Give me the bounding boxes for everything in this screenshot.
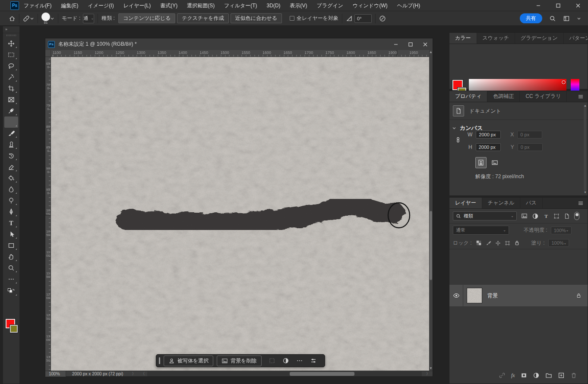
properties-scrollbar[interactable]: [584, 105, 586, 191]
type-create-texture-button[interactable]: テクスチャを作成: [177, 13, 229, 23]
delete-layer-icon[interactable]: [570, 372, 577, 379]
canvas-section-chevron-icon[interactable]: [452, 126, 456, 130]
layer-name[interactable]: 背景: [487, 292, 498, 299]
add-layer-mask-icon[interactable]: [521, 372, 527, 378]
new-group-icon[interactable]: [545, 372, 552, 379]
brush-size-picker[interactable]: 51: [41, 13, 50, 25]
link-layers-icon[interactable]: [499, 372, 506, 379]
layer-filter-select[interactable]: 種類 ⌄: [453, 211, 517, 220]
scroll-up-icon[interactable]: ▲: [429, 50, 433, 54]
lock-all-icon[interactable]: [514, 240, 520, 246]
tool-edit-toolbar[interactable]: [4, 274, 18, 285]
remove-background-button[interactable]: 背景を削除: [217, 356, 261, 366]
horizontal-scrollbar[interactable]: [147, 371, 422, 376]
tool-lasso[interactable]: [4, 60, 18, 72]
mode-select[interactable]: 通⌄: [83, 14, 94, 23]
taskbar-settings-icon[interactable]: [308, 357, 319, 364]
toolbar-collapse-icon[interactable]: »: [3, 26, 19, 33]
menu-layer[interactable]: レイヤー(L): [119, 0, 156, 11]
canvas[interactable]: [51, 57, 429, 371]
fill-input[interactable]: 100%⌄: [548, 239, 569, 247]
tool-eraser[interactable]: [4, 161, 18, 173]
sample-all-layers-checkbox[interactable]: [290, 16, 294, 21]
tool-paint-bucket[interactable]: [4, 173, 18, 184]
pen-pressure-icon[interactable]: [379, 15, 386, 22]
tab-channels[interactable]: チャンネル: [482, 198, 520, 208]
menu-filter[interactable]: フィルター(T): [219, 0, 262, 11]
y-input[interactable]: 0 px: [518, 143, 543, 151]
background-color-swatch[interactable]: [10, 325, 18, 333]
layer-row-background[interactable]: 背景: [449, 285, 588, 306]
layer-visibility-eye-icon[interactable]: [453, 292, 460, 299]
more-options-icon[interactable]: [294, 357, 305, 364]
orientation-landscape-button[interactable]: [489, 157, 500, 168]
filter-type-layers-icon[interactable]: T: [543, 213, 549, 219]
orientation-portrait-button[interactable]: [475, 157, 487, 168]
tool-pen[interactable]: [4, 206, 18, 217]
contextual-taskbar[interactable]: 被写体を選択 背景を削除: [156, 354, 325, 367]
window-minimize-button[interactable]: [528, 0, 548, 11]
scroll-left-icon[interactable]: 〈: [138, 371, 147, 377]
layer-filter-toggle[interactable]: [574, 212, 579, 220]
document-properties-icon[interactable]: [453, 105, 464, 116]
link-dimensions-icon[interactable]: [455, 136, 462, 143]
adjustments-icon[interactable]: [281, 357, 291, 364]
share-button[interactable]: 共有: [520, 13, 542, 23]
document-titlebar[interactable]: Ps 名称未設定 1 @ 100% (RGB/8#) *: [45, 38, 433, 50]
spot-healing-tool-preset-icon[interactable]: [23, 15, 30, 22]
properties-panel-menu-icon[interactable]: [577, 91, 588, 102]
menu-view[interactable]: 表示(V): [285, 0, 312, 11]
window-close-button[interactable]: [568, 0, 588, 11]
zoom-level-field[interactable]: 100%: [45, 371, 66, 377]
menu-select[interactable]: 選択範囲(S): [182, 0, 219, 11]
swap-colors-icon[interactable]: [4, 286, 18, 297]
filter-smart-objects-icon[interactable]: [564, 213, 570, 219]
tool-object-selection[interactable]: [4, 72, 18, 83]
ruler-origin-corner[interactable]: [45, 50, 51, 57]
tab-paths[interactable]: パス: [520, 198, 543, 208]
tool-type[interactable]: T: [4, 217, 18, 229]
toolbar-grip[interactable]: [6, 35, 16, 36]
layer-styles-fx-icon[interactable]: fx: [511, 372, 515, 379]
vertical-ruler[interactable]: 6507007508008509009501000105011001150120…: [45, 57, 51, 371]
document-size-info[interactable]: 2000 px x 2000 px (72 ppi): [66, 371, 129, 376]
filter-pixel-layers-icon[interactable]: [521, 213, 528, 219]
vertical-scroll-thumb[interactable]: [430, 211, 432, 280]
home-icon[interactable]: [9, 15, 16, 22]
blend-mode-select[interactable]: 通常⌄: [453, 226, 509, 235]
doc-minimize-button[interactable]: [389, 39, 403, 50]
menu-plugins[interactable]: プラグイン: [312, 0, 348, 11]
lock-artboard-icon[interactable]: [505, 240, 510, 246]
brush-angle-input[interactable]: 0°: [354, 14, 372, 23]
layer-thumbnail[interactable]: [467, 288, 482, 303]
layer-locked-icon[interactable]: [576, 293, 582, 299]
type-proximity-match-button[interactable]: 近似色に合わせる: [231, 13, 282, 23]
tool-blur[interactable]: [4, 184, 18, 195]
doc-restore-button[interactable]: [403, 39, 418, 50]
properties-scroll-down-icon[interactable]: ▼: [584, 191, 587, 194]
menu-help[interactable]: ヘルプ(H): [392, 0, 425, 11]
tool-spot-healing-brush[interactable]: [4, 116, 18, 128]
tool-history-brush[interactable]: [4, 150, 18, 161]
menu-type[interactable]: 書式(Y): [155, 0, 182, 11]
lock-pixels-icon[interactable]: [486, 240, 491, 246]
status-expand-icon[interactable]: 〉: [129, 371, 138, 377]
layers-panel-menu-icon[interactable]: [577, 198, 588, 208]
window-restore-button[interactable]: [548, 0, 568, 11]
workspace-chevron-icon[interactable]: [577, 16, 581, 21]
type-content-aware-button[interactable]: コンテンツに応じる: [118, 13, 175, 23]
lock-transparent-icon[interactable]: [476, 240, 482, 246]
tool-move[interactable]: [4, 38, 18, 49]
new-adjustment-layer-icon[interactable]: [533, 372, 540, 379]
menu-3d[interactable]: 3D(D): [262, 0, 285, 11]
tool-marquee[interactable]: [4, 49, 18, 60]
tool-zoom[interactable]: [4, 262, 18, 274]
properties-scroll-up-icon[interactable]: ▲: [584, 104, 587, 107]
select-subject-button[interactable]: 被写体を選択: [164, 356, 213, 366]
tool-path-selection[interactable]: [4, 229, 18, 240]
menu-image[interactable]: イメージ(I): [83, 0, 118, 11]
vertical-scrollbar[interactable]: ▲ ▼: [429, 50, 433, 371]
tab-color[interactable]: カラー: [449, 33, 477, 44]
tool-frame[interactable]: [4, 94, 18, 105]
opacity-input[interactable]: 100%⌄: [551, 227, 572, 234]
